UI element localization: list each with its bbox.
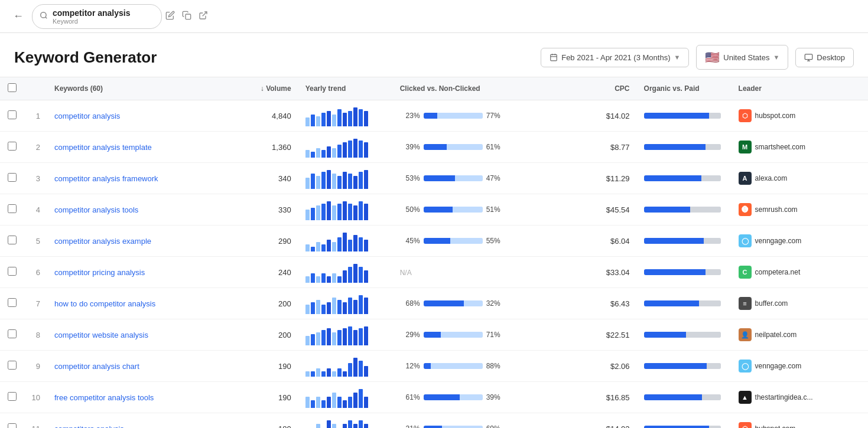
page-header: Keyword Generator Feb 2021 - Apr 2021 (3… — [0, 33, 868, 77]
volume-value: 330 — [229, 194, 298, 226]
row-checkbox-cell[interactable] — [0, 413, 24, 429]
row-checkbox-cell[interactable] — [0, 382, 24, 413]
volume-value: 240 — [229, 257, 298, 288]
row-num: 4 — [24, 194, 47, 226]
page-title: Keyword Generator — [14, 48, 157, 67]
cpc-value: $8.77 — [578, 132, 636, 163]
row-checkbox-1[interactable] — [8, 142, 17, 151]
edit-button[interactable] — [162, 7, 178, 26]
row-checkbox-cell[interactable] — [0, 319, 24, 351]
cpc-value: $14.02 — [578, 100, 636, 132]
keyword-link[interactable]: competitor analysis — [47, 100, 229, 132]
keyword-link[interactable]: competitor website analysis — [47, 319, 229, 351]
country-selector[interactable]: 🇺🇸 United States ▼ — [696, 45, 788, 70]
leader-cell: ≡ buffer.com — [732, 288, 868, 319]
row-checkbox-4[interactable] — [8, 236, 17, 244]
keyword-info: competitor analysis Keyword — [53, 8, 131, 25]
row-checkbox-cell[interactable] — [0, 163, 24, 194]
row-checkbox-cell[interactable] — [0, 132, 24, 163]
keyword-text: competitor analysis — [53, 8, 131, 18]
row-num: 8 — [24, 319, 47, 351]
cpc-value: $6.43 — [578, 288, 636, 319]
yearly-trend — [298, 100, 393, 132]
cpc-value: $33.04 — [578, 257, 636, 288]
keyword-link[interactable]: competitor analysis chart — [47, 351, 229, 382]
keyword-link[interactable]: competitor analysis tools — [47, 194, 229, 226]
copy-button[interactable] — [178, 7, 195, 26]
row-checkbox-cell[interactable] — [0, 194, 24, 226]
organic-bar — [637, 194, 732, 226]
keyword-link[interactable]: competitor analysis example — [47, 226, 229, 257]
date-range-selector[interactable]: Feb 2021 - Apr 2021 (3 Months) ▼ — [541, 48, 689, 67]
yearly-trend — [298, 351, 393, 382]
leader-cell: ⬡ hubspot.com — [732, 100, 868, 132]
volume-value: 190 — [229, 351, 298, 382]
clicked-bar: 68% 32% — [393, 288, 579, 319]
yearly-trend — [298, 288, 393, 319]
row-checkbox-3[interactable] — [8, 204, 17, 213]
row-checkbox-9[interactable] — [8, 392, 17, 401]
keyword-link[interactable]: competitor analysis framework — [47, 163, 229, 194]
volume-value: 200 — [229, 288, 298, 319]
back-button[interactable]: ← — [9, 6, 27, 26]
clicked-bar: 39% 61% — [393, 132, 579, 163]
row-checkbox-2[interactable] — [8, 173, 17, 182]
row-checkbox-cell[interactable] — [0, 288, 24, 319]
leader-cell: 👤 neilpatel.com — [732, 319, 868, 351]
row-num: 1 — [24, 100, 47, 132]
search-pill: competitor analysis Keyword — [32, 4, 162, 29]
row-num: 11 — [24, 413, 47, 429]
table-row: 10 free competitor analysis tools 190 61… — [0, 382, 868, 413]
select-all-header[interactable] — [0, 77, 24, 100]
leader-name: neilpatel.com — [755, 331, 797, 339]
row-num: 10 — [24, 382, 47, 413]
device-selector[interactable]: Desktop — [795, 48, 854, 67]
row-checkbox-cell[interactable] — [0, 226, 24, 257]
select-all-checkbox[interactable] — [8, 83, 17, 92]
cpc-value: $11.29 — [578, 163, 636, 194]
row-checkbox-10[interactable] — [8, 423, 17, 428]
yearly-trend — [298, 413, 393, 429]
num-header — [24, 77, 47, 100]
organic-bar — [637, 319, 732, 351]
keyword-link[interactable]: how to do competitor analysis — [47, 288, 229, 319]
keyword-link[interactable]: competitor pricing analysis — [47, 257, 229, 288]
leader-name: hubspot.com — [755, 424, 796, 428]
table-row: 9 competitor analysis chart 190 12% 88% … — [0, 351, 868, 382]
row-num: 9 — [24, 351, 47, 382]
row-checkbox-cell[interactable] — [0, 257, 24, 288]
row-checkbox-5[interactable] — [8, 267, 17, 276]
keyword-link[interactable]: competitor analysis template — [47, 132, 229, 163]
svg-point-0 — [41, 12, 46, 18]
leader-cell: C competera.net — [732, 257, 868, 288]
row-checkbox-7[interactable] — [8, 329, 17, 338]
keyword-link[interactable]: free competitor analysis tools — [47, 382, 229, 413]
row-num: 7 — [24, 288, 47, 319]
keywords-header[interactable]: Keywords (60) — [47, 77, 229, 100]
keyword-type: Keyword — [53, 18, 131, 25]
svg-rect-2 — [186, 14, 191, 19]
row-checkbox-8[interactable] — [8, 361, 17, 370]
row-checkbox-0[interactable] — [8, 110, 17, 119]
cpc-value: $2.06 — [578, 351, 636, 382]
volume-header[interactable]: ↓ Volume — [229, 77, 298, 100]
external-link-button[interactable] — [195, 7, 212, 26]
table-row: 3 competitor analysis framework 340 53% … — [0, 163, 868, 194]
keywords-table-container: Keywords (60) ↓ Volume Yearly trend Clic… — [0, 77, 868, 428]
row-num: 2 — [24, 132, 47, 163]
date-dropdown-arrow: ▼ — [674, 54, 680, 61]
leader-cell: ▲ thestartingidea.c... — [732, 382, 868, 413]
svg-line-1 — [45, 17, 47, 19]
table-row: 4 competitor analysis tools 330 50% 51% … — [0, 194, 868, 226]
organic-bar — [637, 226, 732, 257]
clicked-bar: 45% 55% — [393, 226, 579, 257]
keyword-link[interactable]: competitors analysis — [47, 413, 229, 429]
yearly-trend — [298, 319, 393, 351]
leader-name: alexa.com — [755, 174, 788, 182]
volume-value: 190 — [229, 382, 298, 413]
row-checkbox-6[interactable] — [8, 298, 17, 307]
cpc-value: $16.85 — [578, 382, 636, 413]
leader-header: Leader — [732, 77, 868, 100]
row-checkbox-cell[interactable] — [0, 351, 24, 382]
row-checkbox-cell[interactable] — [0, 100, 24, 132]
